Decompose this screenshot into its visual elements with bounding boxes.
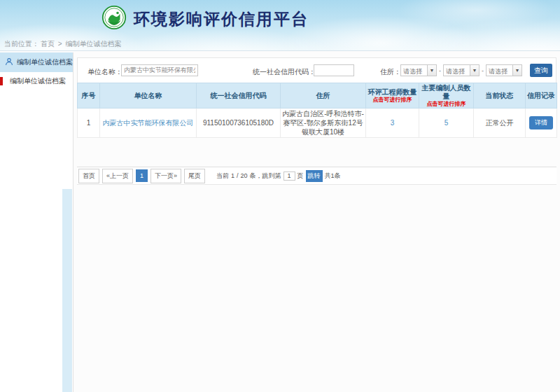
staff-count-link[interactable]: 5 xyxy=(444,119,449,127)
last-page-button[interactable]: 尾页 xyxy=(184,169,205,183)
chevron-down-icon: ▼ xyxy=(512,65,522,76)
unit-name-label: 单位名称： xyxy=(88,67,122,77)
select-value: 请选择 xyxy=(486,65,512,76)
select-separator: - xyxy=(439,67,441,74)
row-address: 内蒙古自治区-呼和浩特市-赛罕区-鄂尔多斯东街12号银联大厦10楼 xyxy=(281,108,366,138)
user-icon xyxy=(5,57,13,67)
pager-slash: / xyxy=(237,172,239,179)
active-item-marker xyxy=(0,77,3,85)
col-credit-code: 统一社会信用代码 xyxy=(197,83,281,108)
col-address: 住所 xyxy=(281,83,366,108)
engineer-count-link[interactable]: 3 xyxy=(391,119,395,127)
search-panel: 单位名称： 统一社会信用代码： 住所： 请选择 ▼ - 请选择 ▼ - 请选择 … xyxy=(77,57,556,84)
first-page-button[interactable]: 首页 xyxy=(78,169,99,183)
row-status: 正常公开 xyxy=(474,108,526,138)
sidebar-item-unit-archive[interactable]: 编制单位诚信档案 xyxy=(0,72,73,90)
select-separator: - xyxy=(482,67,484,74)
pager-info-prefix: 当前 xyxy=(216,172,229,181)
pagination-info: 当前 1 / 20 条，跳到第 页 跳转 共1条 xyxy=(216,170,341,182)
address-district-select[interactable]: 请选择 ▼ xyxy=(486,64,522,76)
chevron-down-icon: ▼ xyxy=(470,65,479,76)
jump-page-input[interactable] xyxy=(284,172,295,181)
breadcrumb-prefix: 当前位置： xyxy=(4,40,39,48)
col-credit-record: 信用记录 xyxy=(526,83,557,108)
results-table: 序号 单位名称 统一社会信用代码 住所 环评工程师数量 点击可进行排序 主要编制… xyxy=(77,83,557,138)
col-engineer-count-label: 环评工程师数量 xyxy=(368,88,417,96)
pager-page-word: 页 xyxy=(298,172,304,181)
prev-page-button[interactable]: «上一页 xyxy=(102,169,133,183)
select-value: 请选择 xyxy=(444,65,470,76)
chevron-down-icon: ▼ xyxy=(427,65,436,76)
sidebar: 编制单位诚信档案 编制单位诚信档案 xyxy=(0,52,74,392)
col-engineer-count-sortable[interactable]: 环评工程师数量 点击可进行排序 xyxy=(366,83,419,108)
col-unit-name: 单位名称 xyxy=(100,83,197,108)
pagination-bar: 首页 «上一页 1 下一页» 尾页 当前 1 / 20 条，跳到第 页 跳转 共… xyxy=(77,167,556,185)
table-header-row: 序号 单位名称 统一社会信用代码 住所 环评工程师数量 点击可进行排序 主要编制… xyxy=(78,83,557,108)
address-province-select[interactable]: 请选择 ▼ xyxy=(400,64,437,76)
detail-button[interactable]: 详情 xyxy=(529,116,553,130)
brand: 环境影响评价信用平台 xyxy=(102,5,309,33)
unit-name-link[interactable]: 内蒙古中实节能环保有限公司 xyxy=(103,119,194,127)
sort-hint: 点击可进行排序 xyxy=(421,101,472,107)
page-title: 环境影响评价信用平台 xyxy=(134,8,309,30)
next-page-button[interactable]: 下一页» xyxy=(150,169,181,183)
pager-info-mid: 条，跳到第 xyxy=(250,172,281,181)
col-index: 序号 xyxy=(78,83,100,108)
sidebar-scrollbar[interactable] xyxy=(62,189,72,392)
select-value: 请选择 xyxy=(401,65,427,76)
col-staff-count-label: 主要编制人员数量 xyxy=(422,84,471,100)
sort-hint: 点击可进行排序 xyxy=(368,97,417,103)
address-label: 住所： xyxy=(380,67,401,77)
current-page-button[interactable]: 1 xyxy=(136,169,148,182)
row-credit-code: 91150100736105180D xyxy=(197,108,281,138)
col-status: 当前状态 xyxy=(474,83,526,108)
breadcrumb-current: 编制单位诚信档案 xyxy=(65,40,121,48)
breadcrumb-separator: > xyxy=(58,40,62,48)
sky-header: 环境影响评价信用平台 当前位置：首页 > 编制单位诚信档案 xyxy=(0,0,560,51)
breadcrumb-home-link[interactable]: 首页 xyxy=(41,40,55,48)
unit-name-input[interactable] xyxy=(121,64,198,76)
pager-total: 共1条 xyxy=(325,172,341,181)
sidebar-section-unit-archive[interactable]: 编制单位诚信档案 xyxy=(0,52,73,72)
sidebar-item-label: 编制单位诚信档案 xyxy=(10,76,66,86)
mee-logo-icon xyxy=(102,5,127,33)
query-button[interactable]: 查询 xyxy=(530,64,552,77)
pager-current-page: 1 xyxy=(231,172,234,179)
address-city-select[interactable]: 请选择 ▼ xyxy=(443,64,479,76)
credit-code-input[interactable] xyxy=(314,64,354,76)
row-index: 1 xyxy=(78,108,100,138)
breadcrumb: 当前位置：首页 > 编制单位诚信档案 xyxy=(4,39,122,49)
col-staff-count-sortable[interactable]: 主要编制人员数量 点击可进行排序 xyxy=(419,83,474,108)
table-row: 1 内蒙古中实节能环保有限公司 91150100736105180D 内蒙古自治… xyxy=(78,108,557,138)
pager-page-size: 20 xyxy=(241,172,248,179)
sidebar-section-label: 编制单位诚信档案 xyxy=(17,57,73,67)
credit-code-label: 统一社会信用代码： xyxy=(253,67,316,77)
jump-button[interactable]: 跳转 xyxy=(306,170,323,182)
